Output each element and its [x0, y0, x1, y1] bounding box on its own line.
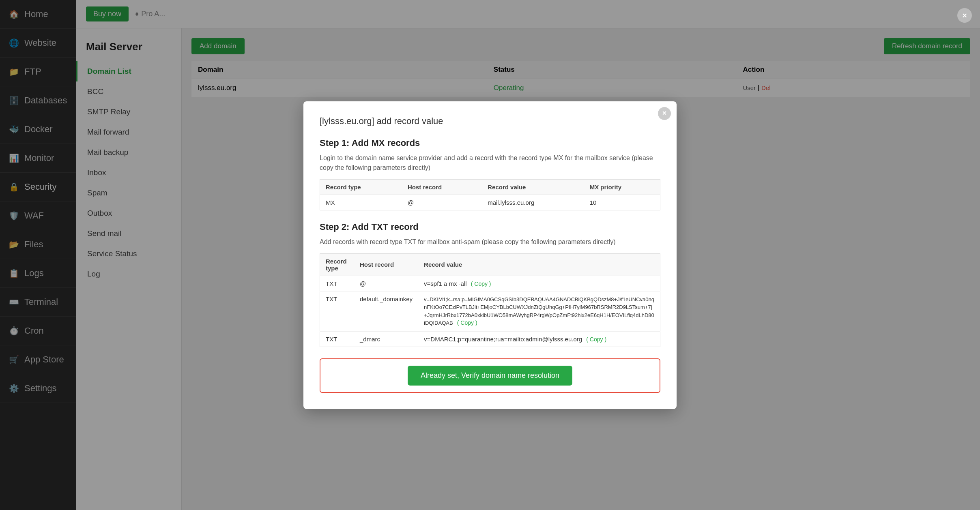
table-row: MX @ mail.lylsss.eu.org 10 — [320, 195, 660, 210]
mx-record-type: MX — [320, 195, 402, 210]
modal-overlay: × × [lylsss.eu.org] add record value Ste… — [0, 0, 980, 510]
step1-description: Login to the domain name service provide… — [320, 153, 660, 173]
verify-button[interactable]: Already set, Verify domain name resoluti… — [408, 366, 572, 386]
table-row: TXT default._domainkey v=DKIM1;k=rsa;p=M… — [320, 291, 660, 331]
step2-table: Record type Host record Record value TXT… — [320, 253, 660, 347]
spf-copy-link[interactable]: ( Copy ) — [471, 281, 491, 287]
mx-host-record: @ — [402, 195, 482, 210]
spf-record-type: TXT — [320, 276, 355, 291]
dmarc-record-value: v=DMARC1;p=quarantine;rua=mailto:admin@l… — [418, 331, 660, 347]
modal: × [lylsss.eu.org] add record value Step … — [303, 101, 677, 409]
dmarc-copy-link[interactable]: ( Copy ) — [586, 336, 606, 343]
dkim-host-record: default._domainkey — [354, 291, 418, 331]
step1-col-record-type: Record type — [320, 179, 402, 195]
overlay-close-button[interactable]: × — [957, 8, 972, 23]
verify-section: Already set, Verify domain name resoluti… — [320, 358, 660, 393]
table-row: TXT _dmarc v=DMARC1;p=quarantine;rua=mai… — [320, 331, 660, 347]
step1-col-mx-priority: MX priority — [584, 179, 660, 195]
dmarc-host-record: _dmarc — [354, 331, 418, 347]
mx-record-value: mail.lylsss.eu.org — [482, 195, 584, 210]
dkim-record-type: TXT — [320, 291, 355, 331]
modal-close-button[interactable]: × — [658, 107, 671, 120]
step1-title: Step 1: Add MX records — [320, 138, 660, 148]
step2-title: Step 2: Add TXT record — [320, 222, 660, 232]
mx-priority: 10 — [584, 195, 660, 210]
step1-col-record-value: Record value — [482, 179, 584, 195]
dmarc-record-type: TXT — [320, 331, 355, 347]
table-row: TXT @ v=spf1 a mx -all ( Copy ) — [320, 276, 660, 291]
spf-host-record: @ — [354, 276, 418, 291]
step2-description: Add records with record type TXT for mai… — [320, 237, 660, 247]
step1-col-host-record: Host record — [402, 179, 482, 195]
step2-col-record-value: Record value — [418, 253, 660, 276]
step2-col-record-type: Record type — [320, 253, 355, 276]
step2-col-host-record: Host record — [354, 253, 418, 276]
modal-title: [lylsss.eu.org] add record value — [320, 116, 660, 126]
spf-record-value: v=spf1 a mx -all ( Copy ) — [418, 276, 660, 291]
dkim-copy-link[interactable]: ( Copy ) — [457, 319, 477, 326]
step1-table: Record type Host record Record value MX … — [320, 179, 660, 210]
dkim-record-value: v=DKIM1;k=rsa;p=MIGfMA0GCSqGSIb3DQEBAQUA… — [418, 291, 660, 331]
